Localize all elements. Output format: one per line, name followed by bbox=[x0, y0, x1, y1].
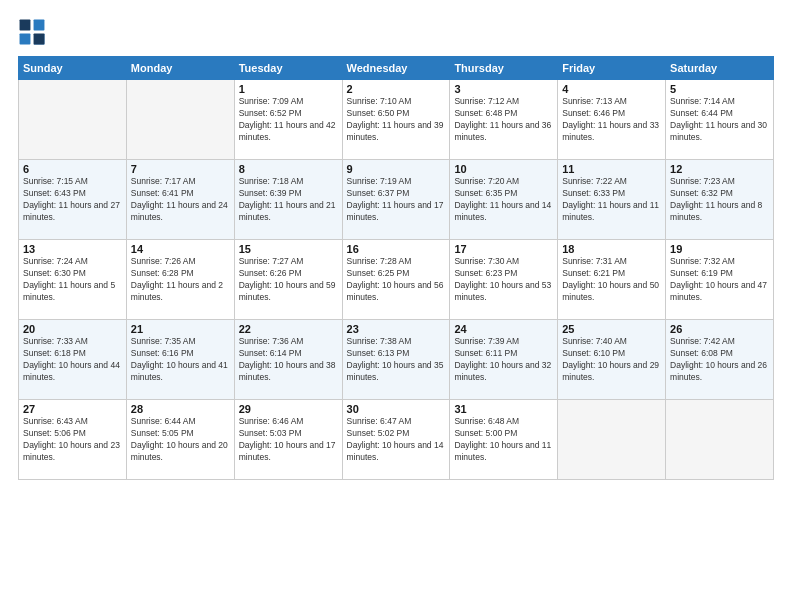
day-cell bbox=[126, 80, 234, 160]
day-cell: 25Sunrise: 7:40 AM Sunset: 6:10 PM Dayli… bbox=[558, 320, 666, 400]
day-number: 23 bbox=[347, 323, 446, 335]
day-cell: 9Sunrise: 7:19 AM Sunset: 6:37 PM Daylig… bbox=[342, 160, 450, 240]
week-row-4: 20Sunrise: 7:33 AM Sunset: 6:18 PM Dayli… bbox=[19, 320, 774, 400]
day-header-sunday: Sunday bbox=[19, 57, 127, 80]
logo bbox=[18, 18, 48, 46]
day-info: Sunrise: 6:47 AM Sunset: 5:02 PM Dayligh… bbox=[347, 416, 446, 464]
calendar-header-row: SundayMondayTuesdayWednesdayThursdayFrid… bbox=[19, 57, 774, 80]
day-number: 6 bbox=[23, 163, 122, 175]
day-info: Sunrise: 7:39 AM Sunset: 6:11 PM Dayligh… bbox=[454, 336, 553, 384]
day-number: 18 bbox=[562, 243, 661, 255]
day-number: 3 bbox=[454, 83, 553, 95]
day-info: Sunrise: 7:42 AM Sunset: 6:08 PM Dayligh… bbox=[670, 336, 769, 384]
day-header-monday: Monday bbox=[126, 57, 234, 80]
day-number: 17 bbox=[454, 243, 553, 255]
day-cell bbox=[19, 80, 127, 160]
day-number: 28 bbox=[131, 403, 230, 415]
logo-icon bbox=[18, 18, 46, 46]
day-cell: 20Sunrise: 7:33 AM Sunset: 6:18 PM Dayli… bbox=[19, 320, 127, 400]
day-cell: 26Sunrise: 7:42 AM Sunset: 6:08 PM Dayli… bbox=[666, 320, 774, 400]
day-cell: 15Sunrise: 7:27 AM Sunset: 6:26 PM Dayli… bbox=[234, 240, 342, 320]
week-row-5: 27Sunrise: 6:43 AM Sunset: 5:06 PM Dayli… bbox=[19, 400, 774, 480]
day-info: Sunrise: 7:17 AM Sunset: 6:41 PM Dayligh… bbox=[131, 176, 230, 224]
day-number: 22 bbox=[239, 323, 338, 335]
day-header-wednesday: Wednesday bbox=[342, 57, 450, 80]
day-number: 20 bbox=[23, 323, 122, 335]
day-number: 4 bbox=[562, 83, 661, 95]
day-cell: 30Sunrise: 6:47 AM Sunset: 5:02 PM Dayli… bbox=[342, 400, 450, 480]
day-number: 25 bbox=[562, 323, 661, 335]
day-number: 26 bbox=[670, 323, 769, 335]
svg-rect-0 bbox=[20, 20, 31, 31]
day-number: 21 bbox=[131, 323, 230, 335]
day-number: 12 bbox=[670, 163, 769, 175]
day-cell: 19Sunrise: 7:32 AM Sunset: 6:19 PM Dayli… bbox=[666, 240, 774, 320]
day-info: Sunrise: 7:22 AM Sunset: 6:33 PM Dayligh… bbox=[562, 176, 661, 224]
day-number: 13 bbox=[23, 243, 122, 255]
day-number: 8 bbox=[239, 163, 338, 175]
svg-rect-1 bbox=[34, 20, 45, 31]
day-number: 16 bbox=[347, 243, 446, 255]
week-row-3: 13Sunrise: 7:24 AM Sunset: 6:30 PM Dayli… bbox=[19, 240, 774, 320]
day-cell: 12Sunrise: 7:23 AM Sunset: 6:32 PM Dayli… bbox=[666, 160, 774, 240]
day-info: Sunrise: 6:43 AM Sunset: 5:06 PM Dayligh… bbox=[23, 416, 122, 464]
day-cell: 24Sunrise: 7:39 AM Sunset: 6:11 PM Dayli… bbox=[450, 320, 558, 400]
day-cell: 21Sunrise: 7:35 AM Sunset: 6:16 PM Dayli… bbox=[126, 320, 234, 400]
week-row-1: 1Sunrise: 7:09 AM Sunset: 6:52 PM Daylig… bbox=[19, 80, 774, 160]
day-cell: 5Sunrise: 7:14 AM Sunset: 6:44 PM Daylig… bbox=[666, 80, 774, 160]
day-cell: 10Sunrise: 7:20 AM Sunset: 6:35 PM Dayli… bbox=[450, 160, 558, 240]
day-number: 30 bbox=[347, 403, 446, 415]
day-info: Sunrise: 6:48 AM Sunset: 5:00 PM Dayligh… bbox=[454, 416, 553, 464]
svg-rect-4 bbox=[34, 34, 45, 45]
week-row-2: 6Sunrise: 7:15 AM Sunset: 6:43 PM Daylig… bbox=[19, 160, 774, 240]
day-info: Sunrise: 6:46 AM Sunset: 5:03 PM Dayligh… bbox=[239, 416, 338, 464]
day-info: Sunrise: 7:28 AM Sunset: 6:25 PM Dayligh… bbox=[347, 256, 446, 304]
day-cell: 4Sunrise: 7:13 AM Sunset: 6:46 PM Daylig… bbox=[558, 80, 666, 160]
day-number: 15 bbox=[239, 243, 338, 255]
day-cell: 27Sunrise: 6:43 AM Sunset: 5:06 PM Dayli… bbox=[19, 400, 127, 480]
day-cell: 14Sunrise: 7:26 AM Sunset: 6:28 PM Dayli… bbox=[126, 240, 234, 320]
day-number: 7 bbox=[131, 163, 230, 175]
day-number: 9 bbox=[347, 163, 446, 175]
day-number: 11 bbox=[562, 163, 661, 175]
day-cell: 8Sunrise: 7:18 AM Sunset: 6:39 PM Daylig… bbox=[234, 160, 342, 240]
day-number: 1 bbox=[239, 83, 338, 95]
day-cell: 17Sunrise: 7:30 AM Sunset: 6:23 PM Dayli… bbox=[450, 240, 558, 320]
day-info: Sunrise: 7:35 AM Sunset: 6:16 PM Dayligh… bbox=[131, 336, 230, 384]
calendar: SundayMondayTuesdayWednesdayThursdayFrid… bbox=[18, 56, 774, 480]
day-info: Sunrise: 7:24 AM Sunset: 6:30 PM Dayligh… bbox=[23, 256, 122, 304]
day-info: Sunrise: 7:40 AM Sunset: 6:10 PM Dayligh… bbox=[562, 336, 661, 384]
day-info: Sunrise: 7:36 AM Sunset: 6:14 PM Dayligh… bbox=[239, 336, 338, 384]
day-info: Sunrise: 7:10 AM Sunset: 6:50 PM Dayligh… bbox=[347, 96, 446, 144]
day-cell: 28Sunrise: 6:44 AM Sunset: 5:05 PM Dayli… bbox=[126, 400, 234, 480]
day-info: Sunrise: 7:30 AM Sunset: 6:23 PM Dayligh… bbox=[454, 256, 553, 304]
day-info: Sunrise: 7:13 AM Sunset: 6:46 PM Dayligh… bbox=[562, 96, 661, 144]
day-info: Sunrise: 7:26 AM Sunset: 6:28 PM Dayligh… bbox=[131, 256, 230, 304]
day-cell bbox=[666, 400, 774, 480]
day-info: Sunrise: 7:12 AM Sunset: 6:48 PM Dayligh… bbox=[454, 96, 553, 144]
day-info: Sunrise: 7:27 AM Sunset: 6:26 PM Dayligh… bbox=[239, 256, 338, 304]
day-info: Sunrise: 6:44 AM Sunset: 5:05 PM Dayligh… bbox=[131, 416, 230, 464]
day-cell: 13Sunrise: 7:24 AM Sunset: 6:30 PM Dayli… bbox=[19, 240, 127, 320]
day-header-friday: Friday bbox=[558, 57, 666, 80]
day-cell: 23Sunrise: 7:38 AM Sunset: 6:13 PM Dayli… bbox=[342, 320, 450, 400]
day-info: Sunrise: 7:23 AM Sunset: 6:32 PM Dayligh… bbox=[670, 176, 769, 224]
day-cell: 2Sunrise: 7:10 AM Sunset: 6:50 PM Daylig… bbox=[342, 80, 450, 160]
day-cell: 7Sunrise: 7:17 AM Sunset: 6:41 PM Daylig… bbox=[126, 160, 234, 240]
day-number: 10 bbox=[454, 163, 553, 175]
day-info: Sunrise: 7:33 AM Sunset: 6:18 PM Dayligh… bbox=[23, 336, 122, 384]
day-cell: 22Sunrise: 7:36 AM Sunset: 6:14 PM Dayli… bbox=[234, 320, 342, 400]
day-cell: 3Sunrise: 7:12 AM Sunset: 6:48 PM Daylig… bbox=[450, 80, 558, 160]
day-cell: 29Sunrise: 6:46 AM Sunset: 5:03 PM Dayli… bbox=[234, 400, 342, 480]
day-cell: 11Sunrise: 7:22 AM Sunset: 6:33 PM Dayli… bbox=[558, 160, 666, 240]
day-number: 27 bbox=[23, 403, 122, 415]
day-info: Sunrise: 7:32 AM Sunset: 6:19 PM Dayligh… bbox=[670, 256, 769, 304]
svg-rect-2 bbox=[20, 34, 31, 45]
day-info: Sunrise: 7:31 AM Sunset: 6:21 PM Dayligh… bbox=[562, 256, 661, 304]
day-cell bbox=[558, 400, 666, 480]
day-cell: 18Sunrise: 7:31 AM Sunset: 6:21 PM Dayli… bbox=[558, 240, 666, 320]
day-header-tuesday: Tuesday bbox=[234, 57, 342, 80]
day-number: 31 bbox=[454, 403, 553, 415]
day-number: 29 bbox=[239, 403, 338, 415]
day-info: Sunrise: 7:14 AM Sunset: 6:44 PM Dayligh… bbox=[670, 96, 769, 144]
